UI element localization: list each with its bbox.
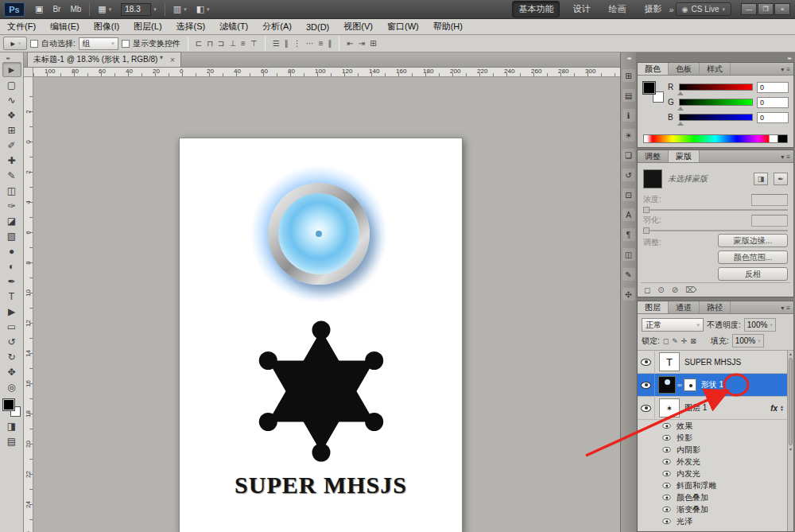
layer-row-text[interactable]: T SUPER MHSJS xyxy=(638,351,787,374)
eye-icon[interactable] xyxy=(641,405,651,412)
color-range-button[interactable]: 颜色范围... xyxy=(718,250,788,264)
thumbnail-icon[interactable]: ▣ xyxy=(31,2,47,17)
panel-tab[interactable]: 色板 xyxy=(669,63,700,75)
workspace-tab[interactable]: 摄影 xyxy=(638,2,667,17)
dock-panel-icon-history[interactable]: ↺ xyxy=(622,169,635,181)
tool-eraser[interactable]: ◪ xyxy=(2,213,21,228)
opacity-value-dropdown[interactable]: 100%▾ xyxy=(744,318,776,332)
layer-row-shape[interactable]: ∞ 形状 1 xyxy=(638,374,787,397)
menu-item[interactable]: 文件(F) xyxy=(0,19,43,34)
scroll-down-icon[interactable]: ▼ xyxy=(788,446,793,452)
tool-rectangular-marquee[interactable]: ▢ xyxy=(2,77,21,92)
tool-pen[interactable]: ✒ xyxy=(2,274,21,289)
blend-mode-dropdown[interactable]: 正常▾ xyxy=(642,318,704,332)
tool-brush[interactable]: ✎ xyxy=(2,168,21,183)
distribute-icon[interactable]: ∥ xyxy=(328,39,332,48)
restore-button[interactable]: ❐ xyxy=(758,3,774,15)
eye-icon[interactable] xyxy=(641,382,651,389)
menu-item[interactable]: 滤镜(T) xyxy=(212,19,255,34)
minimize-button[interactable]: — xyxy=(741,3,757,15)
foreground-color-swatch[interactable] xyxy=(643,82,655,94)
distribute-icon[interactable]: ≡ xyxy=(319,39,324,48)
options-extra-icon[interactable]: ⇥ xyxy=(359,39,365,48)
tool-crop[interactable]: ⊞ xyxy=(2,122,21,138)
dock-panel-icon-paragraph[interactable]: ¶ xyxy=(622,228,635,241)
text-layer-thumbnail[interactable]: T xyxy=(659,352,680,371)
blue-channel-slider[interactable] xyxy=(679,114,753,121)
layer-effect-row[interactable]: 渐变叠加 xyxy=(638,503,787,515)
mask-edge-button[interactable]: 蒙版边缘... xyxy=(718,234,788,247)
view-extras-button[interactable]: ▦▾ xyxy=(94,2,115,17)
tool-blur[interactable]: ● xyxy=(2,243,21,258)
options-extra-icon[interactable]: ⊞ xyxy=(370,39,376,48)
workspace-tab[interactable]: 基本功能 xyxy=(512,1,560,17)
tool-spot-healing-brush[interactable]: ✚ xyxy=(2,153,21,168)
distribute-icon[interactable]: ∥ xyxy=(285,39,289,48)
screen-mode-button[interactable]: ◧▾ xyxy=(192,2,214,17)
tool-screen-mode[interactable]: ▤ xyxy=(2,433,21,449)
layer-thumbnail[interactable]: ✶ xyxy=(659,398,680,417)
panel-menu-icon[interactable]: ▾≡ xyxy=(778,301,793,314)
add-vector-mask-button[interactable]: ✒ xyxy=(774,173,788,185)
eye-icon[interactable] xyxy=(641,359,651,366)
tool-move[interactable]: ► xyxy=(2,62,21,77)
lock-icon-lock-position[interactable]: ✛ xyxy=(681,337,688,345)
menu-item[interactable]: 窗口(W) xyxy=(380,19,426,34)
dock-panel-icon-layer-comps[interactable]: ⊡ xyxy=(622,188,635,201)
eye-icon[interactable] xyxy=(662,459,670,464)
canvas-area[interactable]: SUPER MHSJS xyxy=(33,77,620,532)
workspace-overflow-button[interactable]: » xyxy=(669,5,673,14)
close-button[interactable]: × xyxy=(774,3,790,15)
tool-zoom[interactable]: ◎ xyxy=(2,379,21,394)
tool-dodge[interactable]: ◐ xyxy=(2,258,21,274)
density-slider[interactable] xyxy=(643,209,788,211)
slider-knob[interactable] xyxy=(677,88,684,95)
align-icon[interactable]: ⊐ xyxy=(218,39,224,48)
dock-collapse-icon[interactable]: ◂◂ xyxy=(621,52,636,62)
vector-mask-thumbnail[interactable] xyxy=(684,379,696,391)
show-transform-checkbox[interactable] xyxy=(122,40,130,48)
menu-item[interactable]: 图层(L) xyxy=(126,19,169,34)
slider-knob[interactable] xyxy=(643,207,650,213)
visibility-cell[interactable] xyxy=(638,374,655,396)
arrange-documents-button[interactable]: ▥▾ xyxy=(169,2,191,17)
panel-tab[interactable]: 图层 xyxy=(638,301,669,313)
collapse-effects-icon[interactable]: ▲▼ xyxy=(780,405,784,411)
layer-effect-row[interactable]: 颜色叠加 xyxy=(638,491,787,503)
align-icon[interactable]: ⊤ xyxy=(250,39,258,48)
vertical-ruler[interactable]: 202468101214161820222426 xyxy=(24,77,33,532)
menu-item[interactable]: 图像(I) xyxy=(87,19,126,34)
distribute-icon[interactable]: ☰ xyxy=(273,39,280,48)
panel-tab[interactable]: 样式 xyxy=(700,63,731,75)
align-icon[interactable]: ⊓ xyxy=(207,39,213,48)
eye-icon[interactable] xyxy=(662,423,670,429)
panel-menu-icon[interactable]: ▾≡ xyxy=(778,150,793,163)
align-icon[interactable]: ≡ xyxy=(241,39,246,48)
lock-icon-lock-pixels[interactable]: ✎ xyxy=(672,337,678,345)
feather-slider[interactable] xyxy=(643,230,788,231)
eye-icon[interactable] xyxy=(662,435,670,441)
zoom-level-control[interactable]: 18.3▾ xyxy=(117,2,161,17)
close-tab-icon[interactable]: × xyxy=(170,56,175,64)
tool-type[interactable]: T xyxy=(2,289,21,304)
tool-eyedropper[interactable]: ✐ xyxy=(2,138,21,153)
tool-path-selection[interactable]: ▶ xyxy=(2,304,21,319)
layer-style-badge[interactable]: fx ▲▼ xyxy=(770,404,787,413)
eye-icon[interactable] xyxy=(662,471,670,476)
tool-rotate-3d[interactable]: ↺ xyxy=(2,334,21,349)
layer-effect-row[interactable]: 内发光 xyxy=(638,468,787,480)
panel-menu-icon[interactable]: ▾≡ xyxy=(778,63,793,76)
lock-icon-lock-transparent[interactable]: ◻ xyxy=(663,337,669,345)
tool-quick-selection[interactable]: ❖ xyxy=(2,107,21,122)
lock-icon-lock-all[interactable]: ⊠ xyxy=(690,337,696,345)
layer-row-layer1[interactable]: ✶ 图层 1 fx ▲▼ xyxy=(638,397,787,420)
align-icon[interactable]: ⊥ xyxy=(229,39,236,48)
tool-history-brush[interactable]: ✑ xyxy=(2,198,21,213)
color-spectrum-ramp[interactable] xyxy=(643,134,788,143)
current-tool-icon[interactable]: ►▾ xyxy=(3,37,27,50)
effects-header-row[interactable]: 效果 xyxy=(638,420,787,432)
dock-panel-icon-styles[interactable]: ❏ xyxy=(622,149,635,161)
distribute-icon[interactable]: ⋯ xyxy=(306,39,314,48)
auto-select-dropdown[interactable]: 组▾ xyxy=(79,37,118,50)
eye-icon[interactable] xyxy=(662,483,670,488)
